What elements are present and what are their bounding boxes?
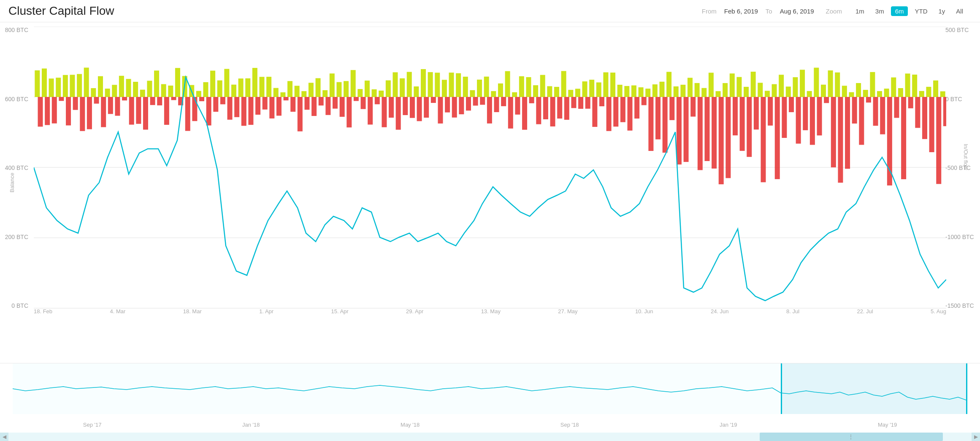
svg-rect-170 bbox=[613, 97, 618, 126]
scroll-right-button[interactable]: ▶ bbox=[972, 433, 980, 441]
svg-rect-53 bbox=[203, 82, 208, 97]
svg-rect-150 bbox=[543, 97, 548, 119]
zoom-1m-button[interactable]: 1m bbox=[851, 6, 869, 16]
svg-rect-192 bbox=[690, 97, 696, 117]
svg-rect-33 bbox=[133, 82, 138, 97]
svg-rect-85 bbox=[316, 78, 321, 97]
svg-rect-109 bbox=[400, 78, 405, 97]
svg-rect-18 bbox=[80, 97, 85, 131]
svg-rect-255 bbox=[912, 75, 917, 97]
svg-rect-122 bbox=[445, 97, 450, 113]
svg-rect-131 bbox=[477, 80, 482, 97]
svg-rect-56 bbox=[213, 97, 218, 112]
zoom-3m-button[interactable]: 3m bbox=[871, 6, 888, 16]
svg-rect-227 bbox=[814, 68, 819, 97]
svg-rect-251 bbox=[898, 88, 903, 97]
xaxis-29apr: 29. Apr bbox=[406, 308, 423, 315]
svg-rect-229 bbox=[821, 85, 826, 97]
svg-rect-222 bbox=[796, 97, 801, 144]
svg-rect-43 bbox=[168, 86, 173, 97]
scroll-left-button[interactable]: ◀ bbox=[0, 433, 8, 441]
svg-rect-119 bbox=[435, 73, 440, 97]
svg-rect-41 bbox=[161, 84, 166, 97]
svg-rect-74 bbox=[276, 97, 282, 116]
zoom-6m-button[interactable]: 6m bbox=[891, 6, 908, 16]
svg-rect-267 bbox=[781, 363, 782, 414]
svg-rect-95 bbox=[351, 70, 356, 97]
svg-rect-121 bbox=[442, 80, 447, 97]
zoom-buttons: 1m 3m 6m YTD 1y All bbox=[851, 6, 967, 16]
svg-rect-196 bbox=[704, 97, 709, 161]
svg-rect-126 bbox=[459, 97, 464, 114]
zoom-all-button[interactable]: All bbox=[952, 6, 967, 16]
svg-rect-58 bbox=[220, 97, 225, 104]
svg-rect-161 bbox=[582, 81, 587, 97]
svg-rect-219 bbox=[786, 86, 791, 97]
svg-rect-199 bbox=[716, 91, 721, 97]
svg-rect-159 bbox=[575, 89, 580, 97]
svg-rect-203 bbox=[730, 73, 735, 97]
yaxis-right--1500: -1500 BTC bbox=[945, 302, 974, 309]
svg-rect-23 bbox=[98, 76, 103, 97]
svg-rect-263 bbox=[940, 91, 945, 97]
zoom-ytd-button[interactable]: YTD bbox=[910, 6, 931, 16]
svg-rect-107 bbox=[393, 72, 398, 97]
svg-rect-247 bbox=[884, 89, 889, 97]
svg-rect-28 bbox=[115, 97, 120, 116]
to-value: Aug 6, 2019 bbox=[780, 8, 814, 15]
svg-rect-204 bbox=[733, 97, 738, 135]
svg-rect-25 bbox=[105, 89, 110, 97]
svg-rect-209 bbox=[751, 72, 756, 97]
svg-rect-76 bbox=[284, 97, 289, 100]
svg-rect-217 bbox=[779, 75, 784, 97]
yaxis-left-800: 800 BTC bbox=[5, 27, 28, 33]
svg-rect-157 bbox=[568, 90, 573, 97]
svg-rect-186 bbox=[669, 97, 674, 120]
yaxis-left-600: 600 BTC bbox=[5, 96, 28, 102]
svg-rect-101 bbox=[372, 89, 377, 97]
svg-rect-242 bbox=[866, 97, 871, 102]
svg-rect-137 bbox=[498, 83, 503, 97]
svg-rect-26 bbox=[108, 97, 113, 114]
svg-rect-138 bbox=[501, 97, 506, 106]
svg-rect-19 bbox=[84, 67, 89, 97]
svg-rect-139 bbox=[505, 71, 510, 97]
svg-rect-179 bbox=[645, 89, 650, 97]
svg-rect-235 bbox=[842, 86, 847, 97]
svg-rect-17 bbox=[77, 74, 82, 97]
xaxis-27may: 27. May bbox=[558, 308, 577, 315]
svg-rect-160 bbox=[578, 97, 583, 109]
svg-rect-213 bbox=[765, 91, 770, 97]
svg-rect-237 bbox=[849, 92, 854, 97]
svg-rect-268 bbox=[966, 363, 967, 414]
svg-rect-13 bbox=[63, 75, 68, 97]
from-value: Feb 6, 2019 bbox=[724, 8, 758, 15]
zoom-1y-button[interactable]: 1y bbox=[934, 6, 949, 16]
xaxis-13may: 13. May bbox=[481, 308, 501, 315]
xaxis-15apr: 15. Apr bbox=[331, 308, 348, 315]
svg-rect-120 bbox=[438, 97, 443, 124]
svg-rect-22 bbox=[94, 97, 99, 104]
svg-rect-163 bbox=[589, 80, 594, 97]
svg-rect-75 bbox=[280, 92, 285, 97]
svg-rect-118 bbox=[431, 97, 436, 103]
svg-rect-181 bbox=[652, 84, 658, 97]
xaxis-5aug: 5. Aug bbox=[931, 308, 946, 315]
xaxis-8jul: 8. Jul bbox=[786, 308, 799, 315]
svg-rect-174 bbox=[628, 97, 633, 131]
svg-rect-10 bbox=[52, 97, 57, 124]
svg-rect-54 bbox=[206, 97, 211, 126]
svg-rect-82 bbox=[304, 97, 309, 110]
svg-rect-42 bbox=[164, 97, 169, 125]
svg-rect-92 bbox=[340, 97, 345, 117]
svg-rect-147 bbox=[533, 85, 538, 97]
nav-sep17: Sep '17 bbox=[83, 422, 102, 428]
svg-rect-141 bbox=[512, 92, 517, 97]
scroll-thumb[interactable]: ⋮ bbox=[760, 433, 943, 441]
svg-rect-14 bbox=[66, 97, 71, 125]
svg-rect-177 bbox=[639, 87, 644, 97]
svg-rect-266 bbox=[781, 363, 967, 414]
navigator: Sep '17 Jan '18 May '18 Sep '18 Jan '19 … bbox=[0, 363, 980, 441]
svg-rect-223 bbox=[800, 70, 805, 97]
navigator-scrollbar[interactable]: ◀ ⋮ ▶ bbox=[0, 433, 980, 441]
